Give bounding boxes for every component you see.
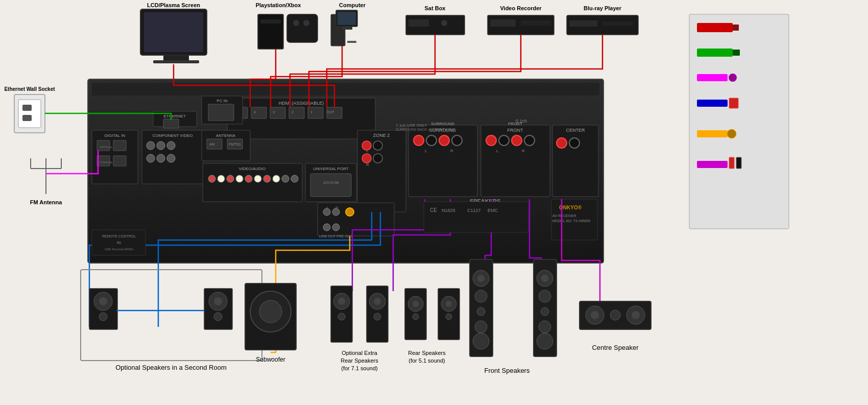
front-right-tower (534, 259, 557, 356)
svg-text:PC IN: PC IN (216, 99, 228, 103)
surr-r-cable (393, 199, 450, 291)
front-title: FRONT (508, 122, 522, 126)
sat-button (441, 20, 447, 26)
cs-tweeter (610, 310, 620, 320)
opt-r-cone (214, 297, 222, 305)
opt-l-tweeter (99, 313, 107, 321)
hdmi-label: HDMI (ASSIGNABLE) (279, 101, 324, 106)
fr-woofer (537, 270, 553, 287)
opt-rear-label-line3: (for 7.1 sound) (341, 365, 378, 371)
svg-text:LINE OUT  PRE OUT: LINE OUT PRE OUT (319, 234, 353, 238)
surr-r-neg (452, 135, 462, 146)
legend-spk-line (697, 161, 728, 168)
fl-woofer2 (473, 333, 489, 349)
playstation-label: Playstation/Xbox (256, 2, 302, 8)
svg-text:12V=0.5A: 12V=0.5A (323, 181, 339, 184)
vcr-label: Video Recorder (500, 5, 542, 11)
rear-r-tweeter (446, 314, 452, 320)
opt-r-woofer (209, 292, 227, 311)
svg-text:FM75Ω: FM75Ω (229, 142, 240, 146)
51ch-label: 5.1ch (516, 118, 527, 124)
lcd-hdmi-cable (174, 64, 334, 107)
legend-coax-line (697, 100, 728, 107)
center-neg (569, 138, 580, 148)
svg-text:AM: AM (209, 142, 215, 146)
component-pr1 (167, 141, 175, 150)
opt-rear-l-cone (338, 298, 345, 305)
hdmi-port-5 (232, 107, 248, 118)
hdmi-port-2 (289, 107, 304, 118)
second-room-box (81, 270, 262, 361)
bluray-slot (602, 21, 633, 26)
optional-second-room-label: Optional Speakers in a Second Room (115, 364, 227, 371)
surr-l-pos (414, 135, 424, 146)
zone2-speaker-cable-l (158, 212, 372, 327)
universal-port-section (305, 163, 356, 202)
rear-left-speaker (405, 289, 426, 340)
component-pr2 (167, 154, 175, 162)
z2-l-neg (373, 141, 382, 150)
front-l-cable (485, 199, 491, 263)
centre-speaker-body (580, 301, 651, 329)
coax-port-1 (97, 156, 110, 166)
opt-rear-r-cone (374, 298, 381, 305)
video-audio-section (203, 163, 302, 202)
center-cable (562, 199, 600, 301)
svg-text:OUT: OUT (327, 110, 335, 114)
rca-w4 (273, 175, 280, 182)
opt-rear-r-woofer (369, 293, 385, 309)
front-r-cable (529, 199, 541, 263)
legend-coax-end (729, 98, 738, 108)
am-port (207, 139, 222, 149)
cs-cone1 (591, 311, 599, 319)
svg-text:L: L (425, 149, 427, 153)
svg-text:CENTER: CENTER (566, 128, 585, 133)
center-section (552, 125, 598, 197)
rca-w2 (236, 175, 243, 182)
svg-text:L: L (496, 149, 499, 153)
vga-port (208, 104, 234, 121)
optional-right-speaker (204, 289, 232, 329)
bluray-hdmi-cable (327, 35, 602, 107)
rca-w1 (218, 175, 225, 182)
front-speakers-label: Front Speakers (485, 367, 530, 374)
subwoofer-label: Subwoofer (256, 356, 285, 363)
pre-out-section (318, 203, 394, 236)
opt-rear-label-line2: Rear Speakers (341, 358, 378, 364)
zone2-r (332, 208, 340, 216)
subwoofer-cable (271, 236, 350, 352)
computer-monitor (336, 10, 357, 27)
sat-label: Sat Box (425, 5, 446, 11)
opt-l-woofer (94, 292, 112, 311)
rca-y2 (291, 175, 298, 182)
svg-text:OPTICAL: OPTICAL (100, 146, 113, 149)
wall-socket-body (14, 94, 45, 133)
svg-text:DIGITAL IN: DIGITAL IN (105, 133, 126, 138)
antenna-label: FM Antenna (30, 199, 62, 205)
svg-text:UNIVERSAL PORT: UNIVERSAL PORT (313, 166, 348, 171)
optional-left-speaker (89, 289, 117, 329)
rca-w3 (254, 175, 261, 182)
svg-text:ZONE 2: ZONE 2 (373, 133, 390, 138)
svg-text:R: R (450, 149, 453, 153)
optical-port-1 (97, 140, 110, 151)
fr-mid2 (539, 321, 551, 333)
ethernet-port (163, 119, 179, 128)
surround-title: SURROUND (431, 122, 454, 126)
svg-text:-R-: -R- (335, 206, 339, 209)
ri-label: RI (117, 241, 121, 245)
legend-opt-end (729, 74, 737, 82)
component-pb1 (157, 141, 165, 150)
svg-text:ANTENNA: ANTENNA (216, 133, 236, 138)
sub-dustcap (259, 300, 282, 323)
fl-tweeter (477, 307, 485, 316)
opt-rear-right (367, 286, 388, 342)
rca-r1 (208, 175, 215, 182)
legend-spk-neg (736, 157, 741, 169)
cs-cone2 (632, 311, 640, 319)
rca-v1 (227, 175, 234, 182)
legend-hdmi-end (733, 25, 739, 31)
computer-tower (331, 14, 345, 46)
xbox-joystick1 (293, 20, 299, 26)
vcr-slot (521, 20, 551, 26)
